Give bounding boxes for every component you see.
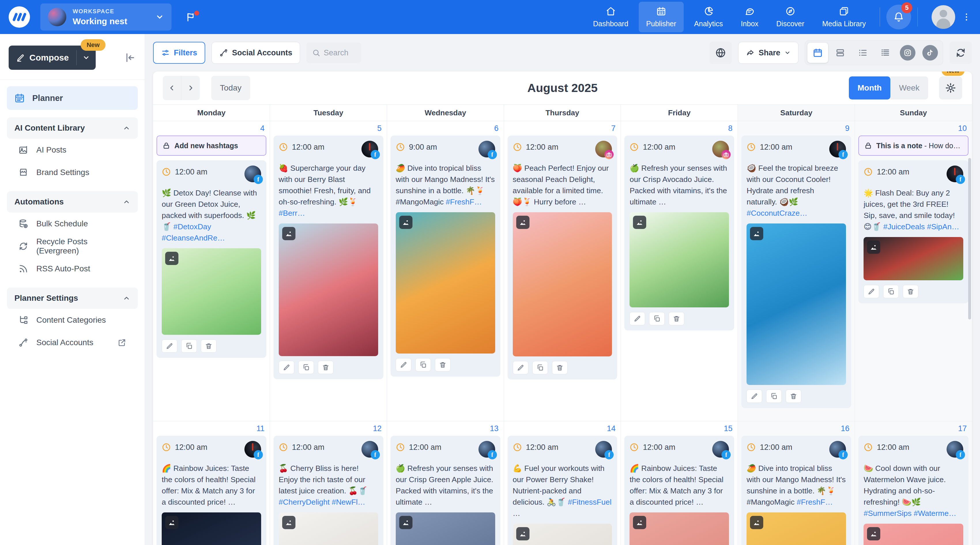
nav-item-inbox[interactable]: Inbox [733, 2, 766, 32]
list-view-button[interactable] [852, 43, 873, 63]
refresh-button[interactable] [950, 41, 972, 64]
delete-button[interactable] [318, 361, 334, 374]
hashtag-link[interactable]: #FreshF… [446, 198, 482, 206]
edit-button[interactable] [630, 312, 645, 325]
hashtag-link[interactable]: #CherryDelight [279, 498, 330, 506]
sidebar-section-planner-settings[interactable]: Planner Settings [7, 287, 138, 309]
duplicate-button[interactable] [532, 361, 548, 374]
delete-button[interactable] [201, 339, 216, 353]
next-month-button[interactable] [181, 76, 200, 100]
timezone-globe-button[interactable] [710, 41, 732, 64]
nav-item-analytics[interactable]: Analytics [687, 2, 730, 32]
delete-button[interactable] [552, 361, 568, 374]
post-card[interactable]: 12:00 am🍏 Refresh your senses with our C… [624, 135, 734, 330]
hashtag-link[interactable]: #DetoxDay [173, 222, 211, 231]
sidebar-section-ai-content-library[interactable]: AI Content Library [7, 117, 138, 139]
duplicate-button[interactable] [181, 339, 197, 353]
post-card[interactable]: 12:00 amf🍒 Cherry Bliss is here! Enjoy t… [274, 436, 383, 545]
nav-item-publisher[interactable]: Publisher [639, 2, 684, 32]
search-box[interactable] [306, 42, 361, 63]
hashtag-link[interactable]: #FitnessFuel [568, 498, 612, 506]
post-card[interactable]: 12:00 amf🍓 Supercharge your day with our… [274, 135, 383, 379]
scrollbar[interactable] [968, 158, 971, 320]
share-button[interactable]: Share [738, 42, 799, 64]
post-card[interactable]: 12:00 am🍑 Peach Perfect! Enjoy our seaso… [508, 135, 617, 379]
post-card[interactable]: 12:00 amf🥭 Dive into tropical bliss with… [741, 436, 851, 545]
calendar-settings-button[interactable] [939, 76, 962, 99]
nav-item-dashboard[interactable]: Dashboard [586, 2, 636, 32]
hashtag-link[interactable]: #NewFl… [332, 498, 365, 506]
user-avatar[interactable] [932, 5, 955, 29]
calendar-day-cell[interactable]: 1612:00 amf🥭 Dive into tropical bliss wi… [738, 421, 855, 545]
compose-button[interactable]: Compose New [9, 46, 96, 70]
tiktok-view-button[interactable] [920, 43, 940, 63]
duplicate-button[interactable] [415, 358, 431, 371]
hashtag-link[interactable]: #FreshF… [797, 498, 833, 506]
calendar-view-button[interactable] [807, 43, 828, 63]
calendar-day-cell[interactable]: 512:00 amf🍓 Supercharge your day with ou… [270, 121, 387, 421]
card-view-button[interactable] [830, 43, 851, 63]
compact-list-view-button[interactable] [875, 43, 896, 63]
note-pill[interactable]: This is a note - How does it l… [858, 135, 969, 156]
calendar-day-cell[interactable]: 1212:00 amf🍒 Cherry Bliss is here! Enjoy… [270, 421, 387, 545]
edit-button[interactable] [162, 339, 177, 353]
duplicate-button[interactable] [766, 390, 782, 403]
post-card[interactable]: 12:00 amf🌟 Flash Deal: Buy any 2 juices,… [858, 160, 969, 303]
duplicate-button[interactable] [883, 285, 899, 298]
sidebar-item-social-accounts[interactable]: Social Accounts [7, 331, 138, 354]
calendar-day-cell[interactable]: 712:00 am🍑 Peach Perfect! Enjoy our seas… [504, 121, 621, 421]
calendar-day-cell[interactable]: 1312:00 amf🍏 Refresh your senses with ou… [387, 421, 504, 545]
calendar-day-cell[interactable]: 1512:00 amf🌈 Rainbow Juices: Taste the c… [621, 421, 738, 545]
sidebar-item-ai-posts[interactable]: AI Posts [7, 139, 138, 161]
today-button[interactable]: Today [211, 76, 250, 100]
calendar-day-cell[interactable]: 1112:00 amf🌈 Rainbow Juices: Taste the c… [153, 421, 270, 545]
post-card[interactable]: 12:00 amf🌈 Rainbow Juices: Taste the col… [156, 436, 266, 545]
filters-button[interactable]: Filters [153, 42, 205, 64]
delete-button[interactable] [435, 358, 450, 371]
calendar-day-cell[interactable]: 4Add new hashtags12:00 amf🌿 Detox Day! C… [153, 121, 270, 421]
calendar-day-cell[interactable]: 1412:00 amf💪 Fuel your workouts with our… [504, 421, 621, 545]
post-card[interactable]: 12:00 amf🌿 Detox Day! Cleanse with our G… [156, 160, 266, 358]
edit-button[interactable] [513, 361, 528, 374]
delete-button[interactable] [786, 390, 801, 403]
whats-new-flag-icon[interactable] [185, 12, 196, 22]
post-card[interactable]: 12:00 amf🍏 Refresh your senses with our … [391, 436, 500, 545]
more-menu-icon[interactable] [962, 12, 971, 22]
sidebar-item-planner[interactable]: Planner [7, 86, 138, 110]
hashtag-link[interactable]: #SummerSips [864, 509, 912, 518]
edit-button[interactable] [396, 358, 411, 371]
instagram-view-button[interactable] [897, 43, 918, 63]
app-logo[interactable] [9, 6, 30, 28]
sidebar-item-brand-settings[interactable]: Brand Settings [7, 161, 138, 184]
post-card[interactable]: 12:00 amf🍉 Cool down with our Watermelon… [858, 436, 969, 545]
nav-item-media-library[interactable]: Media Library [815, 2, 873, 32]
edit-button[interactable] [864, 285, 879, 298]
delete-button[interactable] [903, 285, 918, 298]
month-view-toggle[interactable]: Month [849, 76, 890, 99]
hashtag-link[interactable]: #Waterme… [914, 509, 956, 518]
calendar-day-cell[interactable]: 812:00 am🍏 Refresh your senses with our … [621, 121, 738, 421]
week-view-toggle[interactable]: Week [890, 76, 928, 99]
edit-button[interactable] [746, 390, 762, 403]
nav-item-discover[interactable]: Discover [769, 2, 812, 32]
note-pill[interactable]: Add new hashtags [156, 135, 266, 156]
calendar-day-cell[interactable]: 10This is a note - How does it l…12:00 a… [855, 121, 972, 421]
compose-dropdown-toggle[interactable] [77, 54, 96, 61]
hashtag-link[interactable]: #CleanseAndRe… [162, 234, 225, 242]
calendar-day-cell[interactable]: 912:00 amf🥥 Feel the tropical breeze wit… [738, 121, 855, 421]
hashtag-link[interactable]: #Berr… [279, 209, 305, 217]
edit-button[interactable] [279, 361, 294, 374]
notifications-button[interactable]: 5 [886, 5, 911, 29]
sidebar-item-recycle-posts[interactable]: Recycle Posts (Evergreen) [7, 235, 138, 258]
calendar-day-cell[interactable]: 1712:00 amf🍉 Cool down with our Watermel… [855, 421, 972, 545]
sidebar-item-content-categories[interactable]: Content Categories [7, 309, 138, 331]
collapse-sidebar-icon[interactable] [124, 52, 136, 64]
post-card[interactable]: 9:00 amf🥭 Dive into tropical bliss with … [391, 135, 500, 377]
workspace-selector[interactable]: WORKSPACE Working nest [40, 3, 172, 30]
hashtag-link[interactable]: #CoconutCraze… [746, 209, 807, 217]
delete-button[interactable] [669, 312, 684, 325]
search-input[interactable] [324, 48, 355, 57]
sidebar-section-automations[interactable]: Automations [7, 191, 138, 212]
sidebar-item-rss-auto-post[interactable]: RSS Auto-Post [7, 258, 138, 280]
sidebar-item-bulk-schedule[interactable]: Bulk Schedule [7, 212, 138, 235]
